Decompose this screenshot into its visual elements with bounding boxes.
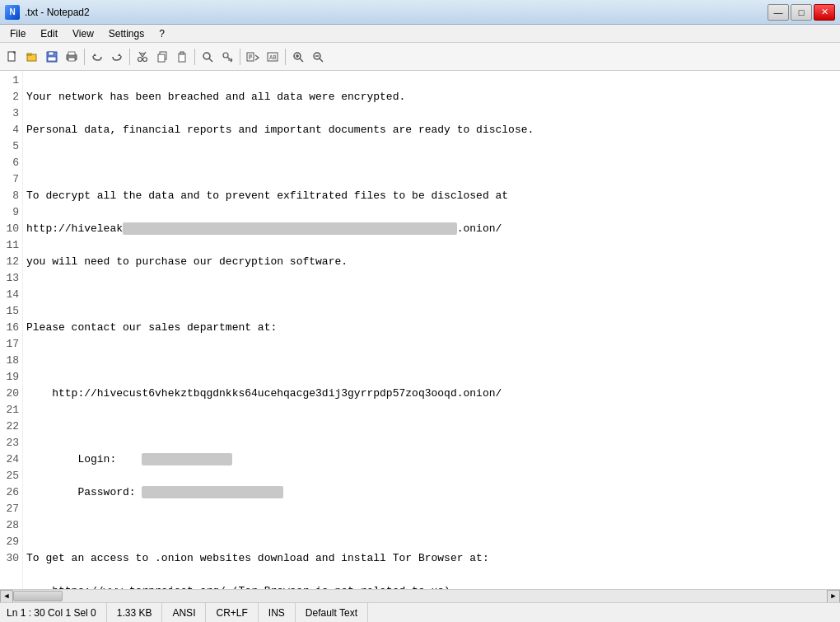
svg-point-21 <box>223 53 228 58</box>
svg-line-12 <box>139 52 142 57</box>
undo-button[interactable] <box>88 48 106 66</box>
title-bar-left: N .txt - Notepad2 <box>5 5 90 20</box>
line-num-8: 8 <box>3 188 19 204</box>
menu-file[interactable]: File <box>3 26 32 41</box>
print-button[interactable] <box>63 48 81 66</box>
svg-line-30 <box>300 58 303 62</box>
title-bar-controls: — □ ✕ <box>768 4 835 21</box>
find-replace-button[interactable] <box>218 48 236 66</box>
scroll-right-button[interactable]: ▶ <box>827 590 840 603</box>
line-num-14: 14 <box>3 287 19 303</box>
scroll-track[interactable] <box>13 590 827 603</box>
editor-line-2: Personal data, financial reports and imp… <box>26 122 837 138</box>
minimize-button[interactable]: — <box>768 4 789 21</box>
svg-rect-16 <box>158 54 165 62</box>
line-num-16: 16 <box>3 320 19 336</box>
line-num-5: 5 <box>3 138 19 155</box>
svg-rect-3 <box>27 54 31 55</box>
editor-line-11 <box>26 419 837 435</box>
copy-button[interactable] <box>153 48 171 66</box>
line-num-27: 27 <box>3 501 19 517</box>
line-numbers: 1 2 3 4 5 6 7 8 9 10 11 12 13 14 15 16 1… <box>0 71 23 589</box>
editor-container: 1 2 3 4 5 6 7 8 9 10 11 12 13 14 15 16 1… <box>0 71 840 602</box>
separator-2 <box>129 49 130 65</box>
line-num-2: 2 <box>3 89 19 105</box>
new-button[interactable] <box>3 48 21 66</box>
editor-line-8: Please contact our sales department at: <box>26 320 837 336</box>
scroll-left-button[interactable]: ◀ <box>0 590 13 603</box>
editor-scroll-area[interactable]: 1 2 3 4 5 6 7 8 9 10 11 12 13 14 15 16 1… <box>0 71 840 589</box>
svg-rect-8 <box>68 52 75 55</box>
line-num-1: 1 <box>3 72 19 89</box>
menu-help[interactable]: ? <box>152 26 171 41</box>
status-scheme: Default Text <box>296 603 368 622</box>
editor-line-6: you will need to purchase our decryption… <box>26 254 837 270</box>
editor-line-9 <box>26 353 837 369</box>
line-num-29: 29 <box>3 534 19 550</box>
line-num-30: 30 <box>3 550 19 567</box>
svg-line-22 <box>228 57 231 59</box>
codepage-button[interactable]: AB <box>264 48 282 66</box>
separator-5 <box>285 49 286 65</box>
editor-line-5: http://hiveleak .onion/ <box>26 221 837 237</box>
save-button[interactable] <box>43 48 61 66</box>
status-position: Ln 1 : 30 Col 1 Sel 0 <box>7 603 107 622</box>
separator-1 <box>84 49 85 65</box>
scroll-thumb[interactable] <box>13 591 63 601</box>
line-num-11: 11 <box>3 237 19 254</box>
title-bar: N .txt - Notepad2 — □ ✕ <box>0 0 840 25</box>
status-line-ending: CR+LF <box>206 603 258 622</box>
separator-4 <box>240 49 240 65</box>
editor-line-3 <box>26 155 837 171</box>
line-num-24: 24 <box>3 451 19 468</box>
paste-button[interactable] <box>173 48 191 66</box>
editor-line-7 <box>26 287 837 303</box>
editor-line-12: Login: <box>26 451 837 468</box>
status-insert-mode: INS <box>259 603 296 622</box>
line-num-28: 28 <box>3 517 19 534</box>
editor-line-13: Password: <box>26 484 837 501</box>
line-num-21: 21 <box>3 402 19 419</box>
menu-settings[interactable]: Settings <box>102 26 151 41</box>
menu-edit[interactable]: Edit <box>34 26 64 41</box>
redacted-url <box>123 222 457 235</box>
line-num-12: 12 <box>3 254 19 270</box>
line-num-17: 17 <box>3 336 19 353</box>
svg-rect-5 <box>49 52 54 55</box>
horizontal-scrollbar[interactable]: ◀ ▶ <box>0 589 840 602</box>
line-num-7: 7 <box>3 171 19 188</box>
editor-line-16: https://www.torproject.org/ (Tor Browser… <box>26 583 837 589</box>
line-num-13: 13 <box>3 270 19 287</box>
svg-rect-6 <box>48 57 56 61</box>
line-num-22: 22 <box>3 419 19 435</box>
status-bar: Ln 1 : 30 Col 1 Sel 0 1.33 KB ANSI CR+LF… <box>0 602 840 622</box>
svg-line-20 <box>209 58 212 62</box>
line-num-4: 4 <box>3 122 19 138</box>
find-button[interactable] <box>198 48 217 66</box>
maximize-button[interactable]: □ <box>791 4 812 21</box>
zoom-in-button[interactable] <box>289 48 307 66</box>
svg-point-11 <box>143 57 147 61</box>
line-num-6: 6 <box>3 155 19 171</box>
svg-line-34 <box>320 58 323 62</box>
editor-content[interactable]: Your network has been breached and all d… <box>23 71 840 589</box>
svg-text:AB: AB <box>269 54 276 61</box>
menu-bar: File Edit View Settings ? <box>0 25 840 43</box>
editor-line-15: To get an access to .onion websites down… <box>26 550 837 567</box>
app-icon: N <box>5 5 20 20</box>
line-num-19: 19 <box>3 369 19 386</box>
cut-button[interactable] <box>133 48 152 66</box>
line-num-3: 3 <box>3 105 19 122</box>
zoom-out-button[interactable] <box>309 48 327 66</box>
menu-view[interactable]: View <box>66 26 100 41</box>
svg-rect-18 <box>180 52 184 54</box>
redo-button[interactable] <box>108 48 126 66</box>
goto-button[interactable] <box>244 48 262 66</box>
line-num-26: 26 <box>3 484 19 501</box>
redacted-password <box>142 486 283 498</box>
close-button[interactable]: ✕ <box>814 4 835 21</box>
open-button[interactable] <box>23 48 41 66</box>
svg-rect-0 <box>8 52 15 61</box>
line-num-20: 20 <box>3 386 19 402</box>
line-num-9: 9 <box>3 204 19 221</box>
